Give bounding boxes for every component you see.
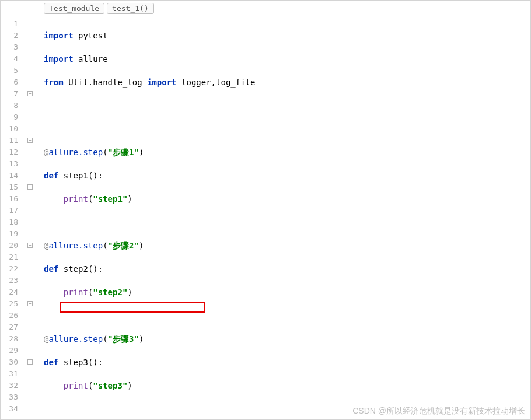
code-line: import pytest xyxy=(44,30,530,41)
line-number: 27 xyxy=(1,321,18,333)
line-number: 29 xyxy=(1,345,18,356)
line-number: 19 xyxy=(1,228,18,240)
breadcrumb-class[interactable]: Test_module xyxy=(44,3,104,14)
breadcrumb-method[interactable]: test_1() xyxy=(107,3,154,14)
fold-icon[interactable]: − xyxy=(27,243,33,248)
line-number: 31 xyxy=(1,368,18,380)
fold-icon[interactable]: − xyxy=(27,359,33,365)
line-number: 12 xyxy=(1,146,18,158)
line-number: 28 xyxy=(1,333,18,345)
line-number: 25 xyxy=(1,298,18,310)
code-line: def step3(): xyxy=(44,356,530,368)
code-line xyxy=(44,310,530,321)
line-number: 14 xyxy=(1,170,18,181)
code-line xyxy=(44,216,530,228)
code-line xyxy=(44,100,530,111)
line-number: 8 xyxy=(1,100,18,111)
line-number: 21 xyxy=(1,251,18,263)
code-line: @allure.step("步骤3") xyxy=(44,333,530,345)
line-number: 33 xyxy=(1,391,18,403)
code-area[interactable]: 1 2 3 4 5 6 7 8 9 10 11 12 13 14 15 16 1… xyxy=(1,16,530,419)
line-number: 16 xyxy=(1,193,18,205)
breadcrumb-bar: Test_module test_1() xyxy=(1,1,530,16)
code-line: from Util.handle_log import logger,log_f… xyxy=(44,76,530,88)
line-number: 6 xyxy=(1,76,18,88)
code-line: import allure xyxy=(44,53,530,65)
line-number: 23 xyxy=(1,275,18,286)
fold-icon[interactable]: − xyxy=(27,301,33,306)
code-line: print("step3") xyxy=(44,380,530,391)
code-line: @allure.step("步骤2") xyxy=(44,240,530,251)
line-number: 32 xyxy=(1,380,18,391)
code-line xyxy=(44,123,530,135)
line-number: 13 xyxy=(1,158,18,170)
line-number: 4 xyxy=(1,53,18,65)
line-number: 17 xyxy=(1,205,18,216)
code-line: print("step1") xyxy=(44,193,530,205)
watermark-text: CSDN @所以经济危机就是没有新技术拉动增长 xyxy=(352,406,525,416)
line-number: 30 xyxy=(1,356,18,368)
fold-icon[interactable]: − xyxy=(27,91,33,96)
line-number: 9 xyxy=(1,111,18,123)
line-number: 26 xyxy=(1,310,18,321)
line-number: 1 xyxy=(1,18,18,30)
line-number: 3 xyxy=(1,41,18,53)
code-content[interactable]: import pytest import allure from Util.ha… xyxy=(40,16,530,419)
code-editor: Test_module test_1() 1 2 3 4 5 6 7 8 9 1… xyxy=(0,0,531,420)
fold-gutter: − − − − − − xyxy=(24,16,40,419)
line-number: 10 xyxy=(1,123,18,135)
line-number: 24 xyxy=(1,286,18,298)
code-line: print("step2") xyxy=(44,286,530,298)
line-number: 2 xyxy=(1,30,18,41)
line-number: 22 xyxy=(1,263,18,275)
line-number: 20 xyxy=(1,240,18,251)
code-line: def step2(): xyxy=(44,263,530,275)
code-line: @allure.step("步骤1") xyxy=(44,146,530,158)
fold-icon[interactable]: − xyxy=(27,184,33,190)
code-line: def step1(): xyxy=(44,170,530,181)
line-number-gutter: 1 2 3 4 5 6 7 8 9 10 11 12 13 14 15 16 1… xyxy=(1,16,24,419)
line-number: 11 xyxy=(1,135,18,146)
line-number: 15 xyxy=(1,181,18,193)
line-number: 34 xyxy=(1,403,18,415)
line-number: 7 xyxy=(1,88,18,100)
fold-icon[interactable]: − xyxy=(27,138,33,143)
line-number: 5 xyxy=(1,65,18,76)
line-number: 18 xyxy=(1,216,18,228)
